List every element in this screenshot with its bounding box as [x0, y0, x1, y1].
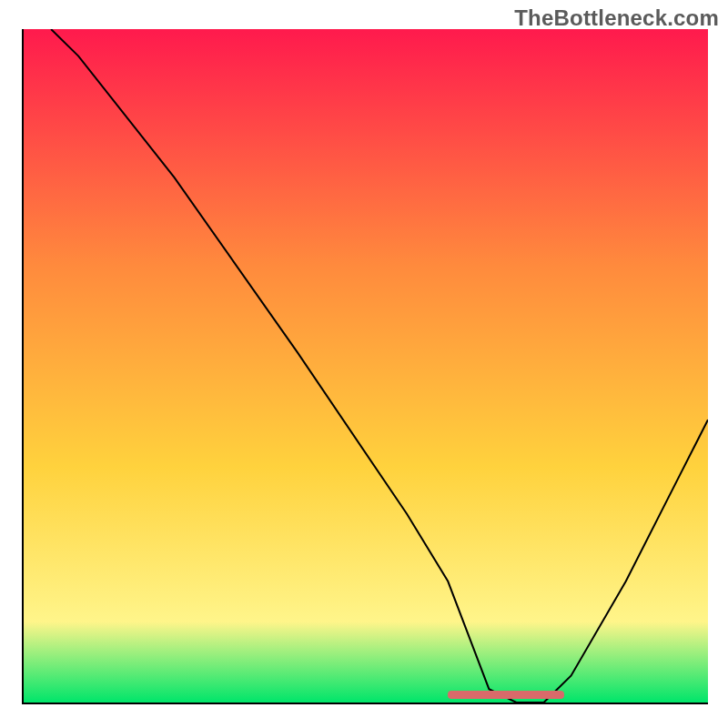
bottleneck-curve [51, 29, 708, 703]
optimal-range-bar [448, 691, 564, 699]
chart-container: TheBottleneck.com [0, 0, 728, 728]
watermark-text: TheBottleneck.com [514, 5, 719, 31]
plot-area [22, 29, 708, 704]
curve-svg [24, 29, 708, 703]
